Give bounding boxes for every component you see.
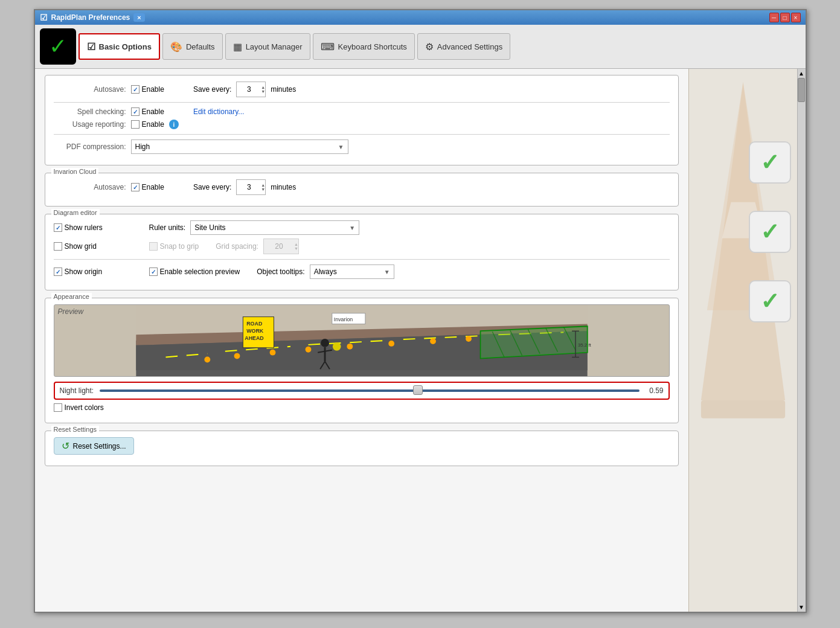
- tab-keyboard-shortcuts[interactable]: ⌨ Keyboard Shortcuts: [313, 33, 415, 60]
- reset-settings-button[interactable]: ↺ Reset Settings...: [54, 437, 134, 455]
- maximize-button[interactable]: □: [780, 13, 790, 22]
- cloud-save-every-label: Save every:: [193, 183, 231, 191]
- spell-checking-checkbox-group: Enable: [131, 107, 164, 116]
- enable-selection-checkbox-group: Enable selection preview: [149, 268, 240, 276]
- grid-spacing-label: Grid spacing:: [216, 242, 258, 251]
- pdf-compression-row: PDF compression: High ▼: [54, 139, 670, 154]
- autosave-checkbox[interactable]: [131, 85, 139, 94]
- check-icon-2: ✓: [760, 219, 780, 245]
- object-tooltips-dropdown[interactable]: Always ▼: [310, 264, 394, 279]
- logo-button[interactable]: ✓: [40, 28, 76, 65]
- cloud-spinner-up[interactable]: ▲: [261, 183, 265, 187]
- invert-colors-checkbox[interactable]: [54, 403, 62, 412]
- show-rulers-checkbox-group: Show rulers: [54, 223, 132, 232]
- night-light-thumb[interactable]: [413, 385, 423, 395]
- scroll-down-button[interactable]: ▼: [798, 604, 804, 610]
- check-badge-1: ✓: [749, 141, 791, 184]
- show-origin-label: Show origin: [65, 268, 103, 276]
- cloud-autosave-row: Autosave: Enable Save every: ▲ ▼ minutes: [54, 179, 670, 195]
- svg-point-22: [430, 338, 436, 344]
- cloud-save-every-input[interactable]: [237, 180, 261, 194]
- cloud-autosave-checkbox-group: Enable: [131, 183, 164, 191]
- enable-selection-checkbox[interactable]: [149, 268, 158, 276]
- tab-advanced-settings[interactable]: ⚙ Advanced Settings: [417, 33, 510, 60]
- save-every-input[interactable]: 3: [237, 82, 261, 97]
- show-origin-checkbox[interactable]: [54, 268, 62, 276]
- enable-selection-label: Enable selection preview: [160, 268, 240, 276]
- grid-spacing-input: [264, 239, 294, 254]
- pdf-compression-value: High: [135, 143, 150, 151]
- svg-text:WORK: WORK: [246, 328, 264, 334]
- svg-text:35.2 ft: 35.2 ft: [577, 342, 591, 348]
- scrollbar[interactable]: ▲ ▼: [797, 69, 806, 612]
- appearance-section: Appearance Preview: [45, 298, 679, 423]
- scroll-thumb[interactable]: [798, 78, 805, 102]
- check-badge-3: ✓: [749, 280, 791, 322]
- usage-reporting-row: Usage reporting: Enable i: [54, 120, 670, 129]
- pdf-compression-dropdown[interactable]: High ▼: [131, 139, 348, 154]
- show-grid-checkbox[interactable]: [54, 242, 62, 251]
- show-origin-checkbox-group: Show origin: [54, 268, 132, 276]
- edit-dictionary-link[interactable]: Edit dictionary...: [193, 107, 244, 116]
- cloud-autosave-checkbox[interactable]: [131, 183, 139, 191]
- object-tooltips-value: Always: [314, 268, 337, 276]
- show-rulers-row: Show rulers Ruler units: Site Units ▼: [54, 220, 670, 235]
- night-light-track[interactable]: [100, 389, 639, 392]
- usage-checkbox[interactable]: [131, 120, 139, 129]
- autosave-enable-label: Enable: [142, 85, 164, 94]
- night-light-label: Night light:: [60, 386, 94, 395]
- autosave-checkbox-group: Enable: [131, 85, 164, 94]
- main-panel: Autosave: Enable Save every: 3 ▲ ▼ minut…: [35, 69, 688, 612]
- scroll-up-button[interactable]: ▲: [798, 70, 804, 77]
- basic-options-icon: ☑: [87, 41, 95, 53]
- spell-checking-label: Spell checking:: [54, 107, 126, 116]
- keyboard-icon: ⌨: [321, 41, 335, 53]
- cloud-spinner-down[interactable]: ▼: [261, 187, 265, 191]
- spinner-down[interactable]: ▼: [261, 89, 265, 94]
- save-every-spinner[interactable]: ▲ ▼: [261, 85, 265, 94]
- svg-point-16: [204, 357, 210, 363]
- grid-spinner: ▲ ▼: [294, 242, 298, 251]
- snap-grip-checkbox-group: Snap to grip: [149, 242, 199, 251]
- snap-grip-checkbox[interactable]: [149, 242, 158, 251]
- spinner-up[interactable]: ▲: [261, 85, 265, 89]
- cloud-minutes-label: minutes: [271, 183, 296, 191]
- tab-defaults[interactable]: 🎨 Defaults: [162, 33, 223, 60]
- ruler-units-value: Site Units: [194, 223, 225, 232]
- night-light-slider-row: Night light: 0.59: [54, 382, 670, 400]
- reset-settings-row: ↺ Reset Settings...: [54, 437, 670, 455]
- spell-checking-checkbox[interactable]: [131, 107, 139, 116]
- tab-indicator: ×: [133, 13, 144, 22]
- reset-settings-section: Reset Settings ↺ Reset Settings...: [45, 431, 679, 466]
- check-icon-3: ✓: [760, 288, 780, 315]
- reset-icon: ↺: [62, 440, 69, 452]
- close-button[interactable]: ×: [791, 13, 801, 22]
- layout-icon: ▦: [233, 41, 242, 53]
- cloud-autosave-label: Autosave:: [54, 183, 126, 191]
- svg-point-20: [347, 344, 353, 350]
- object-tooltips-label: Object tooltips:: [257, 268, 304, 276]
- defaults-icon: 🎨: [170, 41, 182, 53]
- svg-point-30: [321, 339, 329, 347]
- show-origin-row: Show origin Enable selection preview Obj…: [54, 264, 670, 279]
- svg-point-17: [234, 353, 240, 359]
- minimize-button[interactable]: ─: [769, 13, 779, 22]
- tab-basic-options[interactable]: ☑ Basic Options: [79, 33, 160, 60]
- cloud-spinner[interactable]: ▲ ▼: [261, 183, 265, 191]
- show-rulers-label: Show rulers: [65, 223, 103, 232]
- toolbar: ✓ ☑ Basic Options 🎨 Defaults ▦ Layout Ma…: [35, 25, 806, 69]
- spell-enable-label: Enable: [142, 107, 164, 116]
- show-rulers-checkbox[interactable]: [54, 223, 62, 232]
- tooltips-dropdown-arrow: ▼: [384, 269, 390, 275]
- save-every-label: Save every:: [193, 85, 231, 94]
- night-light-value: 0.59: [646, 386, 664, 395]
- ruler-units-dropdown[interactable]: Site Units ▼: [190, 220, 359, 235]
- invert-colors-checkbox-group: Invert colors: [54, 403, 104, 412]
- show-grid-row: Show grid Snap to grip Grid spacing: ▲ ▼: [54, 239, 670, 254]
- invarion-cloud-section: Invarion Cloud Autosave: Enable Save eve…: [45, 173, 679, 207]
- tab-layout-manager[interactable]: ▦ Layout Manager: [225, 33, 310, 60]
- usage-info-icon[interactable]: i: [169, 120, 179, 129]
- grid-spinner-down: ▼: [294, 246, 298, 251]
- svg-point-23: [466, 336, 472, 342]
- usage-reporting-label: Usage reporting:: [54, 120, 126, 129]
